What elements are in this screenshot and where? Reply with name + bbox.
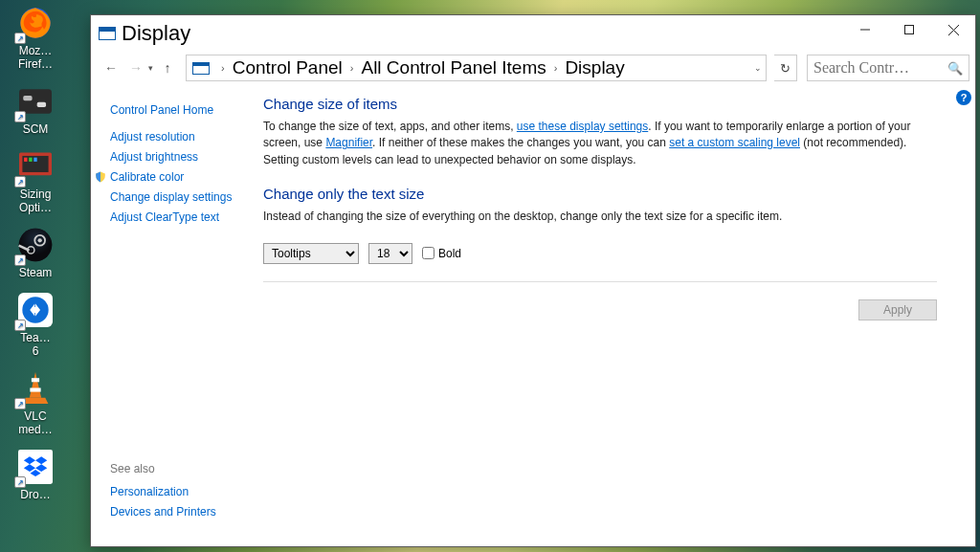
desktop-icon-dropbox[interactable]: ↗ Dro… [4,446,67,501]
svg-rect-1 [19,89,52,114]
sidebar-adjust-brightness[interactable]: Adjust brightness [110,150,256,164]
shield-icon [95,171,106,183]
sidebar-adjust-resolution[interactable]: Adjust resolution [110,130,256,144]
svg-rect-7 [29,158,32,162]
sidebar-item-label: Calibrate color [110,170,184,184]
desktop-icon-sublabel: 6 [5,344,66,358]
section-text-change-size: To change the size of text, apps, and ot… [263,119,937,168]
desktop-icon-label: Steam [5,266,66,279]
svg-rect-20 [905,26,914,34]
svg-rect-17 [30,387,40,391]
address-dropdown[interactable]: ⌄ [754,63,762,73]
window-title: Display [122,21,190,46]
minimize-button[interactable] [843,15,887,44]
forward-button[interactable]: → [125,57,146,78]
chevron-right-icon[interactable]: › [345,62,360,74]
desktop-icon-firefox[interactable]: ↗ Moz… Firef… [4,2,67,71]
sidebar-personalization[interactable]: Personalization [110,485,256,498]
sidebar-change-display-settings[interactable]: Change display settings [110,190,256,204]
titlebar[interactable]: Display [91,15,975,52]
breadcrumb-all-items[interactable]: All Control Panel Items [359,57,547,78]
desktop-icon-teamviewer[interactable]: ↗ Tea… 6 [4,289,67,358]
display-window: Display ← → ▾ ↑ › Control Panel › All Co… [90,14,976,547]
desktop-icon-label: VLC [5,409,66,423]
breadcrumb-control-panel[interactable]: Control Panel [231,57,345,78]
sidebar-calibrate-color[interactable]: Calibrate color [110,170,256,184]
link-custom-scaling[interactable]: set a custom scaling level [669,136,800,149]
svg-point-12 [38,238,42,242]
maximize-button[interactable] [887,15,931,44]
search-box[interactable]: 🔍 [807,55,969,81]
desktop-icon-label: Moz… [5,44,66,57]
desktop-icon-vlc[interactable]: ↗ VLC med… [4,367,67,436]
desktop-icon-sublabel: Firef… [5,57,66,71]
back-button[interactable]: ← [100,57,122,78]
desktop-icon-label: Sizing [5,188,66,201]
desktop-icon-label: Dro… [5,488,66,501]
desktop-icons: ↗ Moz… Firef… ↗ SCM ↗ Sizing Opti… ↗ Ste… [4,2,67,501]
desktop-icon-label: Tea… [5,331,66,344]
desktop-icon-scm[interactable]: ↗ SCM [4,80,67,136]
refresh-button[interactable]: ↻ [774,55,797,81]
text-size-select[interactable]: 18 [368,243,412,264]
desktop-icon-label: SCM [5,122,66,136]
desktop-icon-sizing[interactable]: ↗ Sizing Opti… [4,145,67,214]
main-content: Change size of items To change the size … [263,84,975,546]
see-also-label: See also [110,462,256,475]
navigation-bar: ← → ▾ ↑ › Control Panel › All Control Pa… [91,52,975,84]
section-title-change-size: Change size of items [263,96,937,112]
bold-label: Bold [438,247,461,260]
section-title-text-size: Change only the text size [263,186,937,202]
svg-rect-6 [24,158,27,162]
desktop-icon-steam[interactable]: ↗ Steam [4,224,67,279]
chevron-right-icon[interactable]: › [548,62,564,74]
bold-checkbox-wrap[interactable]: Bold [422,247,461,260]
desktop-icon-sublabel: med… [5,423,66,436]
text-item-select[interactable]: Tooltips [263,243,359,264]
bold-checkbox[interactable] [422,247,434,259]
help-button[interactable]: ? [956,90,971,105]
section-text-text-size: Instead of changing the size of everythi… [263,209,937,225]
chevron-right-icon[interactable]: › [215,62,231,74]
search-input[interactable] [813,59,947,77]
apply-button[interactable]: Apply [858,299,937,320]
svg-rect-3 [37,102,46,107]
address-icon [192,62,210,75]
svg-rect-16 [32,378,39,382]
link-display-settings[interactable]: use these display settings [517,120,648,133]
svg-rect-2 [23,96,32,100]
sidebar-home-link[interactable]: Control Panel Home [110,103,256,117]
sidebar: Control Panel Home Adjust resolution Adj… [91,84,263,546]
recent-locations-button[interactable]: ▾ [148,63,153,73]
close-button[interactable] [931,15,975,44]
sidebar-devices-printers[interactable]: Devices and Printers [110,505,256,519]
window-icon [99,27,116,40]
separator [263,281,937,282]
link-magnifier[interactable]: Magnifier [325,136,372,149]
breadcrumb-display[interactable]: Display [563,57,626,78]
address-bar[interactable]: › Control Panel › All Control Panel Item… [186,55,767,81]
desktop-icon-sublabel: Opti… [5,201,66,214]
svg-rect-8 [33,158,36,162]
search-icon[interactable]: 🔍 [947,61,963,76]
up-button[interactable]: ↑ [157,60,178,76]
sidebar-adjust-cleartype[interactable]: Adjust ClearType text [110,210,256,224]
